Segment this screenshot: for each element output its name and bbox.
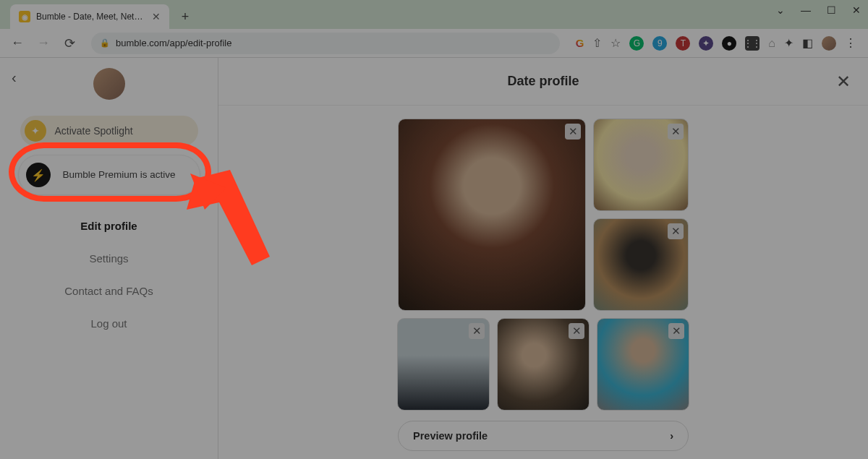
minimize-icon[interactable]: — xyxy=(801,4,811,16)
chevron-right-icon: › xyxy=(670,430,673,442)
google-icon[interactable]: G xyxy=(576,37,584,49)
browser-toolbar: ← → ⟳ 🔒 bumble.com/app/edit-profile G ⇧ … xyxy=(0,29,868,58)
profile-photo-3[interactable]: ✕ xyxy=(593,218,689,311)
main-header: Date profile ✕ xyxy=(218,58,868,106)
reload-button[interactable]: ⟳ xyxy=(59,33,80,53)
forward-button[interactable]: → xyxy=(33,33,54,53)
photo-editor: ✕ ✕ ✕ ✕ ✕ ✕ Pre xyxy=(218,106,868,459)
page-title: Date profile xyxy=(507,74,579,89)
sidepanel-icon[interactable]: ◧ xyxy=(802,36,813,50)
remove-photo-icon[interactable]: ✕ xyxy=(469,323,485,339)
main-panel: Date profile ✕ ✕ ✕ ✕ ✕ ✕ xyxy=(218,58,868,459)
maximize-icon[interactable]: ☐ xyxy=(827,4,836,16)
extension-icon[interactable]: G xyxy=(629,36,644,51)
user-avatar[interactable] xyxy=(93,68,125,100)
back-button[interactable]: ← xyxy=(7,33,27,53)
photo-grid-top: ✕ ✕ ✕ xyxy=(398,119,689,311)
profile-photo-1[interactable]: ✕ xyxy=(398,119,586,311)
lock-icon: 🔒 xyxy=(100,38,110,48)
remove-photo-icon[interactable]: ✕ xyxy=(565,124,581,140)
extension-icon[interactable]: ⌂ xyxy=(768,37,775,50)
spotlight-star-icon: ✦ xyxy=(25,120,46,142)
bookmark-icon[interactable]: ☆ xyxy=(610,36,621,50)
profile-photo-6[interactable]: ✕ xyxy=(597,318,689,411)
sidebar-item-contact-faqs[interactable]: Contact and FAQs xyxy=(64,285,153,297)
close-panel-button[interactable]: ✕ xyxy=(836,72,851,92)
preview-profile-button[interactable]: Preview profile › xyxy=(398,421,689,451)
sidebar-back-button[interactable]: ‹ xyxy=(12,69,17,86)
spotlight-label: Activate Spotlight xyxy=(55,125,133,137)
share-icon[interactable]: ⇧ xyxy=(592,36,602,50)
tab-close-icon[interactable]: ✕ xyxy=(152,11,161,22)
dropdown-icon[interactable]: ⌄ xyxy=(776,4,785,16)
premium-bolt-icon: ⚡ xyxy=(26,163,51,187)
profile-photo-4[interactable]: ✕ xyxy=(397,318,490,411)
sidebar-item-settings[interactable]: Settings xyxy=(89,252,128,265)
sidebar-item-log-out[interactable]: Log out xyxy=(90,317,127,330)
browser-titlebar: ◉ Bumble - Date, Meet, Network B… ✕ + ⌄ … xyxy=(0,0,868,29)
remove-photo-icon[interactable]: ✕ xyxy=(668,223,684,239)
app-container: ‹ ✦ Activate Spotlight ⚡ Bumble Premium … xyxy=(0,58,868,459)
extension-icon[interactable]: 9 xyxy=(652,36,667,51)
url-text: bumble.com/app/edit-profile xyxy=(116,38,231,48)
close-window-icon[interactable]: ✕ xyxy=(852,4,861,16)
tab-favicon: ◉ xyxy=(19,11,30,22)
window-controls: ⌄ — ☐ ✕ xyxy=(776,4,861,16)
photo-grid-bottom: ✕ ✕ ✕ xyxy=(397,318,689,411)
profile-avatar-icon[interactable] xyxy=(822,36,836,51)
extension-icon[interactable]: ⋮⋮ xyxy=(745,36,760,51)
remove-photo-icon[interactable]: ✕ xyxy=(668,124,684,140)
sidebar-item-edit-profile[interactable]: Edit profile xyxy=(80,220,137,232)
menu-icon[interactable]: ⋮ xyxy=(845,36,856,50)
new-tab-button[interactable]: + xyxy=(175,7,195,27)
extension-icon[interactable]: ● xyxy=(722,36,736,51)
extension-icon[interactable]: ✦ xyxy=(699,36,713,51)
premium-status-pill[interactable]: ⚡ Bumble Premium is active xyxy=(18,155,200,195)
premium-label: Bumble Premium is active xyxy=(61,168,192,181)
browser-tab[interactable]: ◉ Bumble - Date, Meet, Network B… ✕ xyxy=(10,4,169,29)
profile-photo-5[interactable]: ✕ xyxy=(497,318,590,411)
preview-label: Preview profile xyxy=(413,430,488,442)
remove-photo-icon[interactable]: ✕ xyxy=(668,323,684,339)
extensions-puzzle-icon[interactable]: ✦ xyxy=(784,36,793,50)
tab-title: Bumble - Date, Meet, Network B… xyxy=(36,12,146,22)
profile-photo-2[interactable]: ✕ xyxy=(593,119,689,211)
activate-spotlight-button[interactable]: ✦ Activate Spotlight xyxy=(20,116,198,146)
toolbar-actions: G ⇧ ☆ G 9 T ✦ ● ⋮⋮ ⌂ ✦ ◧ ⋮ xyxy=(571,36,861,51)
extension-icon[interactable]: T xyxy=(676,36,690,51)
address-bar[interactable]: 🔒 bumble.com/app/edit-profile xyxy=(91,33,560,54)
remove-photo-icon[interactable]: ✕ xyxy=(569,323,584,339)
sidebar: ‹ ✦ Activate Spotlight ⚡ Bumble Premium … xyxy=(0,58,218,459)
